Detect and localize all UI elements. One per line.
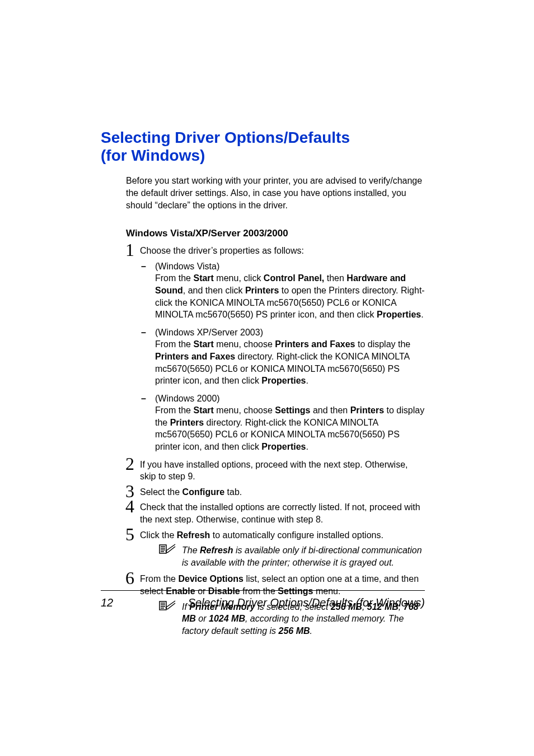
sub-label: (Windows Vista) <box>155 262 219 271</box>
sub-label: (Windows 2000) <box>155 394 220 403</box>
footer-title: Selecting Driver Options/Defaults (for W… <box>188 596 425 609</box>
page-heading: Selecting Driver Options/Defaults (for W… <box>101 129 425 165</box>
sub-item-2000: – (Windows 2000) From the Start menu, ch… <box>141 393 425 453</box>
t: Printers <box>170 418 204 427</box>
t: , and then click <box>183 286 245 295</box>
t: Device Options <box>178 574 243 584</box>
bullet-dash: – <box>141 260 146 273</box>
t: Control Panel, <box>264 273 324 283</box>
document-page: Selecting Driver Options/Defaults (for W… <box>0 0 534 756</box>
page-number: 12 <box>101 596 113 609</box>
step-number: 4 <box>112 494 134 519</box>
t: tab. <box>224 487 242 497</box>
bullet-dash: – <box>141 393 146 405</box>
t: The <box>182 545 200 555</box>
page-footer: 12 Selecting Driver Options/Defaults (fo… <box>101 590 425 609</box>
step-4: 4 Check that the installed options are c… <box>126 501 425 525</box>
step-1-sublist: – (Windows Vista) From the Start menu, c… <box>141 260 425 453</box>
t: Click the <box>140 530 177 540</box>
intro-paragraph: Before you start working with your print… <box>126 175 425 211</box>
t: and then <box>310 405 350 415</box>
t: menu, click <box>214 273 264 283</box>
sub-item-vista: – (Windows Vista) From the Start menu, c… <box>141 260 425 321</box>
t: Properties <box>261 376 306 385</box>
t: From the <box>140 574 178 584</box>
t: From the <box>155 273 193 283</box>
step-number: 2 <box>112 452 134 476</box>
t: Printers and Faxes <box>155 352 235 361</box>
note-icon <box>158 543 176 556</box>
t: From the <box>155 405 193 415</box>
footer-rule <box>101 590 425 591</box>
sub-label: (Windows XP/Server 2003) <box>155 328 263 337</box>
step-2: 2 If you have installed options, proceed… <box>126 459 425 483</box>
t: Printers and Faxes <box>275 339 355 349</box>
step-5: 5 Click the Refresh to automatically con… <box>126 529 425 542</box>
t: Settings <box>275 405 310 415</box>
sub-item-xp: – (Windows XP/Server 2003) From the Star… <box>141 326 425 387</box>
step-number: 6 <box>112 566 134 590</box>
t: Printers <box>245 286 279 295</box>
step-1: 1 Choose the driver’s properties as foll… <box>126 245 425 257</box>
step-text: Choose the driver’s properties as follow… <box>140 246 304 255</box>
note-refresh: The Refresh is available only if bi-dire… <box>158 544 425 568</box>
t: to display the <box>355 339 411 349</box>
t: . <box>421 310 423 319</box>
t: or <box>196 614 209 623</box>
step-3: 3 Select the Configure tab. <box>126 486 425 498</box>
section-subheading: Windows Vista/XP/Server 2003/2000 <box>126 228 425 239</box>
step-text: If you have installed options, proceed w… <box>140 460 408 482</box>
t: Printers <box>350 405 384 415</box>
t: menu, choose <box>214 339 275 349</box>
t: . <box>306 376 308 385</box>
footer-row: 12 Selecting Driver Options/Defaults (fo… <box>101 596 425 609</box>
heading-line-1: Selecting Driver Options/Defaults <box>101 129 350 146</box>
step-number: 1 <box>112 238 134 262</box>
t: Start <box>193 405 213 415</box>
t: then <box>324 273 346 283</box>
t: Configure <box>182 487 225 497</box>
step-text: Check that the installed options are cor… <box>140 502 420 524</box>
t: . <box>306 442 308 451</box>
t: Start <box>193 273 213 283</box>
t: Refresh <box>177 530 210 540</box>
t: Refresh <box>200 545 233 555</box>
t: 1024 MB <box>209 614 245 623</box>
step-number: 5 <box>112 522 134 547</box>
t: From the <box>155 339 193 349</box>
t: 256 MB <box>279 626 310 636</box>
heading-line-2: (for Windows) <box>101 147 205 164</box>
t: Properties <box>261 442 306 451</box>
t: Properties <box>377 310 421 319</box>
t: Start <box>193 339 213 349</box>
t: menu, choose <box>214 405 275 415</box>
t: to automatically configure installed opt… <box>210 530 383 540</box>
t: Select the <box>140 487 182 497</box>
bullet-dash: – <box>141 326 146 339</box>
t: . <box>310 626 312 636</box>
